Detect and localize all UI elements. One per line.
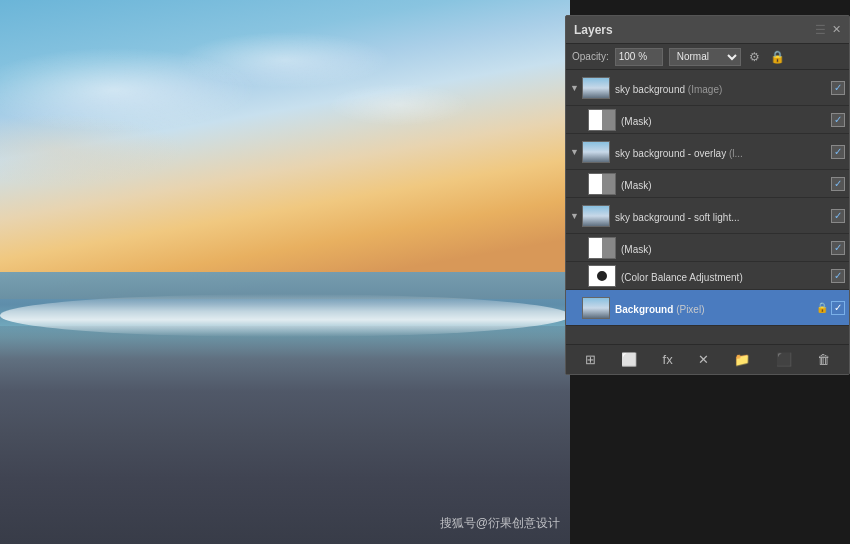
layer-info-sky-softlight: sky background - soft light... [615,207,828,225]
layer-item-sky-overlay[interactable]: ▼ sky background - overlay (l... ✓ [566,134,849,170]
layer-info-sky-bg: sky background (Image) [615,79,828,97]
layer-item-background[interactable]: ▼ Background (Pixel) 🔒 ✓ [566,290,849,326]
layer-visibility-sky-bg-mask[interactable]: ✓ [831,113,845,127]
layers-toolbar: ⊞ ⬜ fx ✕ 📁 ⬛ 🗑 [566,344,849,374]
layer-visibility-color-balance[interactable]: ✓ [831,269,845,283]
layer-thumb-background [582,297,610,319]
layer-item-sky-bg[interactable]: ▼ sky background (Image) ✓ [566,70,849,106]
layer-name-sky-bg-mask: (Mask) [621,116,652,127]
layer-name-sky-overlay-mask: (Mask) [621,180,652,191]
layer-item-sky-bg-mask[interactable]: (Mask) ✓ [566,106,849,134]
expand-arrow-sky-bg[interactable]: ▼ [570,83,580,93]
layer-visibility-sky-softlight-mask[interactable]: ✓ [831,241,845,255]
expand-arrow-sky-overlay[interactable]: ▼ [570,147,580,157]
photo-background [0,0,570,544]
panel-header: Layers ☰ ✕ [566,16,849,44]
wave-layer [0,294,570,338]
opacity-input[interactable] [615,48,663,66]
panel-close-icon[interactable]: ✕ [832,23,841,36]
layer-item-sky-softlight[interactable]: ▼ sky background - soft light... ✓ [566,198,849,234]
adjustment-toolbar-icon[interactable]: ✕ [695,350,712,369]
layers-panel: Layers ☰ ✕ Opacity: Normal Multiply Scre… [565,15,850,375]
layer-visibility-sky-bg[interactable]: ✓ [831,81,845,95]
layer-thumb-color-balance [588,265,616,287]
delete-layer-icon[interactable]: 🗑 [814,350,833,369]
layer-name-sky-bg: sky background (Image) [615,84,722,95]
layer-visibility-sky-overlay[interactable]: ✓ [831,145,845,159]
fx-icon[interactable]: fx [660,350,676,369]
layer-info-color-balance: (Color Balance Adjustment) [621,267,828,285]
layer-info-sky-softlight-mask: (Mask) [621,239,828,257]
layer-info-background: Background (Pixel) [615,299,814,317]
mask-toolbar-icon[interactable]: ⬜ [618,350,640,369]
layer-info-sky-bg-mask: (Mask) [621,111,828,129]
layers-list: ▼ sky background (Image) ✓ (Mask) ✓ ▼ sk… [566,70,849,344]
blend-mode-select[interactable]: Normal Multiply Screen Overlay Soft Ligh… [669,48,741,66]
layer-thumb-sky-softlight-mask [588,237,616,259]
layer-lock-icon: 🔒 [816,302,828,313]
layer-name-sky-softlight-mask: (Mask) [621,244,652,255]
layer-name-background: Background (Pixel) [615,304,704,315]
layer-thumb-sky-bg-mask [588,109,616,131]
layer-thumb-sky-overlay-mask [588,173,616,195]
layer-thumb-sky-overlay [582,141,610,163]
panel-title: Layers [574,23,613,37]
layer-info-sky-overlay: sky background - overlay (l... [615,143,828,161]
layer-thumb-sky-bg [582,77,610,99]
layer-item-sky-softlight-mask[interactable]: (Mask) ✓ [566,234,849,262]
lock-settings-icon[interactable]: ⚙ [747,50,762,64]
layer-name-color-balance: (Color Balance Adjustment) [621,272,743,283]
lock-icon[interactable]: 🔒 [768,50,787,64]
layer-name-sky-overlay: sky background - overlay (l... [615,148,743,159]
expand-arrow-sky-softlight[interactable]: ▼ [570,211,580,221]
layer-visibility-background[interactable]: ✓ [831,301,845,315]
layer-thumb-sky-softlight [582,205,610,227]
group-icon[interactable]: 📁 [731,350,753,369]
layer-item-sky-overlay-mask[interactable]: (Mask) ✓ [566,170,849,198]
panel-header-icons: ☰ ✕ [815,23,841,37]
beach-layer [0,326,570,544]
expand-arrow-background: ▼ [570,303,580,313]
layer-visibility-sky-overlay-mask[interactable]: ✓ [831,177,845,191]
layer-info-sky-overlay-mask: (Mask) [621,175,828,193]
opacity-row: Opacity: Normal Multiply Screen Overlay … [566,44,849,70]
opacity-label: Opacity: [572,51,609,62]
cloud-layer [0,0,570,299]
layers-icon[interactable]: ⊞ [582,350,599,369]
panel-menu-icon[interactable]: ☰ [815,23,826,37]
layer-item-color-balance[interactable]: (Color Balance Adjustment) ✓ [566,262,849,290]
color-balance-icon [595,269,609,283]
layer-name-sky-softlight: sky background - soft light... [615,212,740,223]
watermark: 搜狐号@衍果创意设计 [440,515,560,532]
layer-visibility-sky-softlight[interactable]: ✓ [831,209,845,223]
new-layer-icon[interactable]: ⬛ [773,350,795,369]
